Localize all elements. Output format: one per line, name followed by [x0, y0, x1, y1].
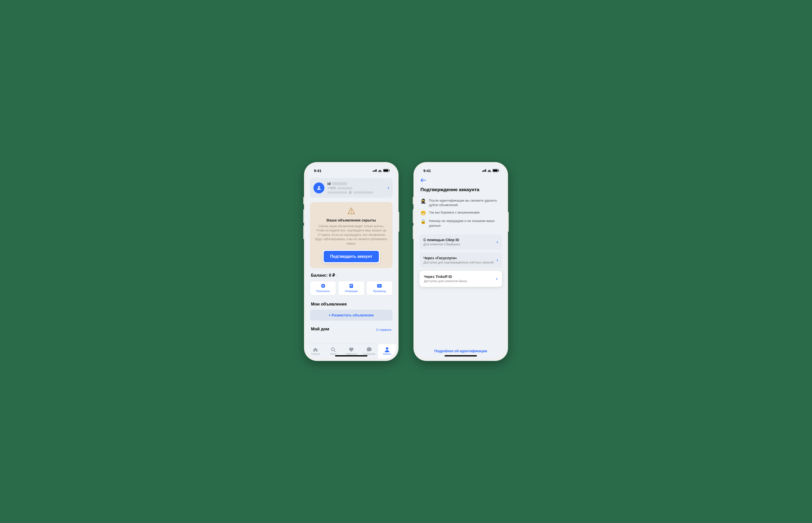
svg-point-8 [386, 347, 388, 350]
receipt-icon [339, 284, 363, 288]
back-button[interactable] [419, 177, 502, 186]
warning-icon [347, 207, 355, 215]
home-indicator [445, 355, 477, 357]
chevron-right-icon: › [496, 276, 498, 282]
action-label: Промокод [368, 290, 391, 292]
warning-title: Ваши объявления скрыты [314, 218, 388, 222]
svg-point-1 [351, 213, 352, 213]
status-time: 9:41 [424, 168, 431, 173]
option-title: Через Tinkoff ID [424, 275, 496, 279]
operations-button[interactable]: Операции [338, 281, 364, 295]
tab-label: Поиск [330, 353, 336, 355]
plus-circle-icon [311, 284, 335, 288]
tab-label: Сообщения [363, 353, 375, 355]
redacted-id [332, 182, 347, 185]
verify-option-tinkoff[interactable]: Через Tinkoff ID Доступно для клиентов б… [419, 271, 502, 287]
tab-home[interactable]: Главная [307, 344, 324, 358]
svg-point-6 [380, 286, 380, 287]
feature-text: После идентификации вы сможете удалить д… [429, 198, 501, 207]
profile-id: id [327, 181, 331, 186]
redacted-email-domain [353, 192, 373, 194]
page-title: Подтверждение аккаунта [419, 186, 502, 197]
chevron-right-icon: › [497, 239, 498, 245]
feature-item: 🔒 Никому не передадим и не покажем ваши … [419, 217, 502, 229]
chat-icon [367, 347, 372, 352]
battery-icon [383, 169, 389, 172]
signal-icon [373, 169, 377, 172]
profile-phone-prefix: +7923 [327, 186, 336, 190]
person-icon [385, 347, 389, 352]
grimace-icon: 😬 [420, 210, 426, 216]
listings-title: Мои объявления [310, 302, 393, 307]
feature-text: Никому не передадим и не покажем ваши да… [429, 219, 501, 228]
feature-item: 🥷 После идентификации вы сможете удалить… [419, 197, 502, 209]
status-bar: 9:41 [416, 165, 505, 177]
tab-label: Кабинет [383, 353, 391, 355]
action-label: Пополнить [311, 290, 335, 292]
status-time: 9:41 [314, 168, 322, 173]
option-sub: Доступно для клиентов банка [424, 279, 496, 283]
email-at: @ [349, 191, 352, 194]
heart-icon [349, 347, 354, 352]
svg-rect-3 [349, 284, 353, 288]
option-title: С помощью Сбер ID [424, 238, 497, 242]
option-sub: Доступно для подтверждённых учётных запи… [424, 261, 497, 264]
redacted-phone [337, 187, 352, 190]
verify-option-gosuslugi[interactable]: Через «Госуслуги» Доступно для подтвержд… [419, 253, 502, 268]
status-bar: 9:41 [307, 165, 396, 177]
avatar-icon [313, 182, 324, 193]
tab-label: Главная [311, 353, 320, 355]
topup-button[interactable]: Пополнить [310, 281, 336, 295]
promo-button[interactable]: Промокод [366, 281, 393, 295]
option-title: Через «Госуслуги» [424, 256, 497, 260]
balance-label: Баланс: 0 ₽ [311, 273, 335, 278]
phone-verify: 9:41 Подтверждение аккаунта 🥷 После иден… [413, 162, 508, 361]
action-label: Операции [339, 290, 363, 292]
svg-point-7 [331, 348, 334, 351]
chevron-right-icon: › [497, 257, 498, 263]
option-sub: Для клиентов СберБанка [424, 242, 497, 246]
promo-icon [368, 284, 391, 288]
confirm-account-button[interactable]: Подтвердить аккаунт [323, 250, 380, 263]
battery-icon [493, 169, 499, 172]
add-listing-button[interactable]: + Разместить объявление [310, 310, 393, 321]
ninja-icon: 🥷 [420, 198, 426, 204]
svg-point-5 [378, 285, 379, 286]
profile-card[interactable]: id +7923 @ › [310, 178, 393, 198]
signal-icon [482, 169, 486, 172]
chevron-right-icon: › [387, 185, 389, 191]
balance-row[interactable]: Баланс: 0 ₽› [310, 273, 393, 278]
warning-body: Сейчас ваши объявления видят только аген… [314, 224, 388, 246]
my-home-title: Мой дом [311, 327, 329, 331]
tab-label: Избранное [346, 353, 357, 355]
wifi-icon [487, 169, 491, 172]
verify-option-sber[interactable]: С помощью Сбер ID Для клиентов СберБанка… [419, 234, 502, 250]
wifi-icon [378, 169, 382, 172]
tab-cabinet[interactable]: Кабинет [378, 344, 396, 358]
search-icon [331, 347, 336, 352]
lock-icon: 🔒 [420, 219, 426, 224]
warning-card: Ваши объявления скрыты Сейчас ваши объяв… [310, 202, 393, 268]
feature-text: Так мы боремся с мошенниками [429, 210, 501, 215]
redacted-email-user [327, 192, 347, 194]
more-about-link[interactable]: Подробнее об идентификации [419, 349, 502, 358]
home-indicator [335, 355, 367, 357]
home-icon [313, 347, 318, 352]
feature-item: 😬 Так мы боремся с мошенниками [419, 209, 502, 217]
about-service-link[interactable]: О сервисе [376, 328, 392, 331]
phone-profile: 9:41 id +7923 [304, 162, 399, 361]
